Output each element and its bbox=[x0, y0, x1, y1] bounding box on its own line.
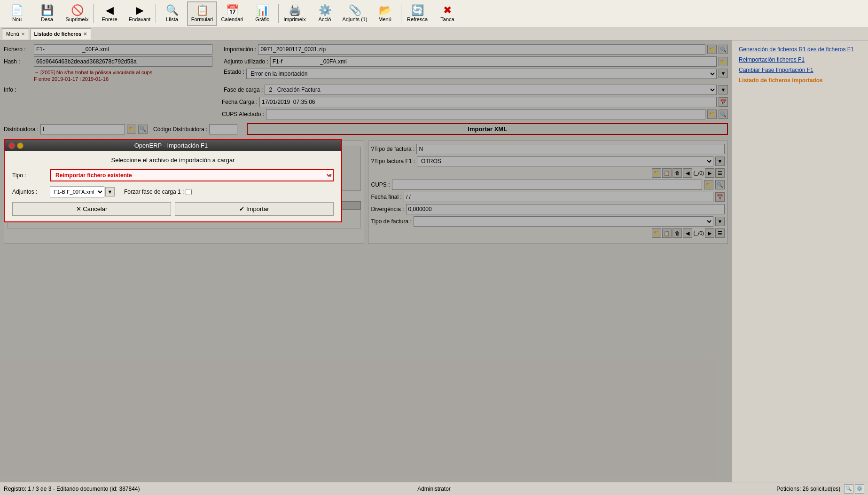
menu-tab-close[interactable]: ✕ bbox=[21, 31, 25, 37]
nou-icon: 📄 bbox=[11, 5, 23, 16]
modal-tipo-wrapper: Reimportar fichero existente ▼ bbox=[50, 169, 334, 181]
refresca-icon: 🔄 bbox=[411, 5, 424, 16]
menu-button[interactable]: 📂 Menú bbox=[370, 1, 400, 26]
formulari-button[interactable]: 📋 Formulari bbox=[187, 1, 217, 26]
modal-adjuntos-dropdown-btn[interactable]: ▼ bbox=[105, 187, 115, 196]
formulari-icon: 📋 bbox=[196, 5, 209, 16]
desa-button[interactable]: 💾 Desa bbox=[32, 1, 62, 26]
suprimeix-button[interactable]: 🚫 Suprimeix bbox=[62, 1, 92, 26]
modal-close-btn[interactable] bbox=[8, 142, 15, 149]
separator-2 bbox=[156, 4, 156, 23]
adjunts-icon: 📎 bbox=[349, 5, 361, 16]
modal-tipo-select[interactable]: Reimportar fichero existente bbox=[50, 169, 334, 181]
sidebar-item-listado-importados[interactable]: Listado de ficheros importados bbox=[736, 75, 864, 86]
listado-tab-close[interactable]: ✕ bbox=[83, 31, 87, 37]
menu-tab[interactable]: Menú ✕ bbox=[2, 28, 29, 39]
imprimeix-icon: 🖨️ bbox=[289, 5, 301, 16]
tanca-button[interactable]: ✖ Tanca bbox=[432, 1, 462, 26]
modal-forzar-label: Forzar fase de carga 1 : bbox=[124, 189, 184, 195]
main-area: Fichero : Importación : 📁 🔍 Hash : Adjun… bbox=[0, 40, 868, 482]
statusbar: Registro: 1 / 3 de 3 - Editando document… bbox=[0, 482, 868, 495]
modal-adjuntos-select[interactable]: F1-B F_00FA.xml bbox=[50, 186, 104, 197]
suprimeix-icon: 🚫 bbox=[71, 5, 84, 16]
tanca-icon: ✖ bbox=[443, 5, 452, 16]
modal-subtitle: Seleccione el archivo de importación a c… bbox=[12, 157, 334, 164]
listado-tab[interactable]: Listado de ficheros ✕ bbox=[30, 28, 92, 39]
enrere-icon: ◀ bbox=[106, 5, 114, 16]
calendari-icon: 📅 bbox=[226, 5, 239, 16]
llista-button[interactable]: 🔍 Llista bbox=[157, 1, 187, 26]
center-panel: Fichero : Importación : 📁 🔍 Hash : Adjun… bbox=[0, 40, 732, 482]
endavant-icon: ▶ bbox=[136, 5, 144, 16]
imprimeix-button[interactable]: 🖨️ Imprimeix bbox=[280, 1, 310, 26]
llista-icon: 🔍 bbox=[166, 5, 179, 16]
separator-4 bbox=[401, 4, 401, 23]
nou-button[interactable]: 📄 Nou bbox=[2, 1, 32, 26]
sidebar-item-reimportacion[interactable]: Reimportación ficheros F1 bbox=[736, 55, 864, 65]
status-center: Administrator bbox=[290, 486, 577, 492]
accio-icon: ⚙️ bbox=[319, 5, 331, 16]
modal-importar-button[interactable]: ✔ Importar bbox=[175, 202, 334, 216]
modal-buttons: ✕ Cancelar ✔ Importar bbox=[12, 202, 334, 216]
menu-icon: 📂 bbox=[379, 5, 391, 16]
separator-1 bbox=[93, 4, 94, 23]
modal-titlebar: OpenERP - Importación F1 bbox=[5, 140, 341, 151]
modal-overlay: OpenERP - Importación F1 Seleccione el a… bbox=[0, 40, 732, 482]
modal-tipo-label: Tipo : bbox=[12, 172, 50, 179]
modal-body: Seleccione el archivo de importación a c… bbox=[5, 151, 341, 221]
modal-tipo-row: Tipo : Reimportar fichero existente ▼ bbox=[12, 169, 334, 181]
separator-3 bbox=[278, 4, 279, 23]
desa-icon: 💾 bbox=[41, 5, 54, 16]
status-right: Peticions: 26 solicitud(es) 🔍 ⚙️ bbox=[578, 484, 864, 494]
modal-title: OpenERP - Importación F1 bbox=[134, 142, 208, 149]
modal-forzar-checkbox[interactable] bbox=[186, 189, 192, 195]
status-settings-btn[interactable]: ⚙️ bbox=[855, 484, 864, 494]
sidebar-item-generacion[interactable]: Generación de ficheros R1 des de fichero… bbox=[736, 44, 864, 55]
grafic-button[interactable]: 📊 Gràfic bbox=[247, 1, 277, 26]
status-search-btn[interactable]: 🔍 bbox=[844, 484, 853, 494]
modal-title-buttons bbox=[8, 142, 23, 149]
modal-adjuntos-label: Adjuntos : bbox=[12, 189, 50, 195]
modal-dialog: OpenERP - Importación F1 Seleccione el a… bbox=[4, 139, 342, 222]
toolbar: 📄 Nou 💾 Desa 🚫 Suprimeix ◀ Enrere ▶ Enda… bbox=[0, 0, 868, 27]
enrere-button[interactable]: ◀ Enrere bbox=[94, 1, 125, 26]
calendari-button[interactable]: 📅 Calendari bbox=[217, 1, 247, 26]
modal-minimize-btn[interactable] bbox=[17, 142, 23, 149]
refresca-button[interactable]: 🔄 Refresca bbox=[402, 1, 432, 26]
sidebar-item-cambiar-fase[interactable]: Cambiar Fase Importación F1 bbox=[736, 65, 864, 75]
right-sidebar: Generación de ficheros R1 des de fichero… bbox=[732, 40, 868, 482]
status-left: Registro: 1 / 3 de 3 - Editando document… bbox=[4, 486, 290, 492]
grafic-icon: 📊 bbox=[256, 5, 269, 16]
tabbar: Menú ✕ Listado de ficheros ✕ bbox=[0, 27, 868, 40]
adjunts-button[interactable]: 📎 Adjunts (1) bbox=[340, 1, 370, 26]
accio-button[interactable]: ⚙️ Acció bbox=[310, 1, 340, 26]
endavant-button[interactable]: ▶ Endavant bbox=[125, 1, 155, 26]
modal-adjuntos-row: Adjuntos : F1-B F_00FA.xml ▼ Forzar fase… bbox=[12, 186, 334, 197]
modal-forzar-row: Forzar fase de carga 1 : bbox=[124, 189, 192, 195]
modal-cancel-button[interactable]: ✕ Cancelar bbox=[12, 202, 171, 216]
